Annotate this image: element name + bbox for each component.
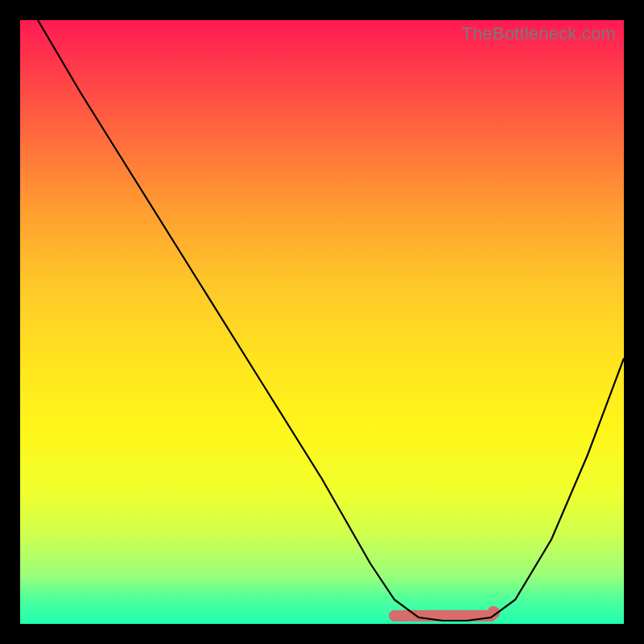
chart-container: TheBottleneck.com: [0, 0, 644, 644]
curve-svg: [20, 20, 624, 624]
bottleneck-curve: [38, 20, 624, 621]
plot-area: TheBottleneck.com: [20, 20, 624, 624]
